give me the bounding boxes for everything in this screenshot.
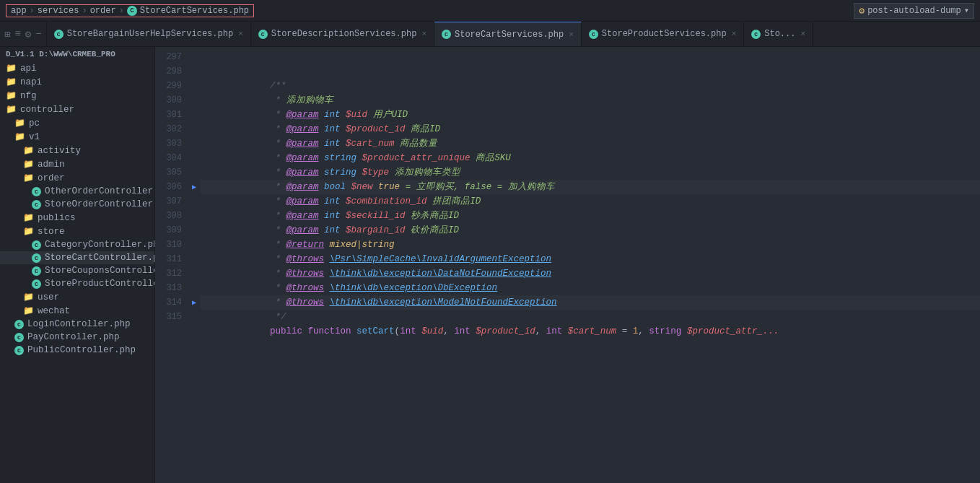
code-comment <box>341 139 346 149</box>
sidebar-item-storeproduct[interactable]: C StoreProductControlle... <box>0 277 154 290</box>
sidebar-item-admin[interactable]: 📁 admin <box>0 157 154 171</box>
code-param-tag: @param <box>286 225 319 235</box>
folder-icon: 📁 <box>6 90 17 101</box>
split-icon[interactable]: ⊞ <box>4 28 10 40</box>
code-throws-link: \think\db\exception\DbException <box>330 283 498 293</box>
folder-icon: 📁 <box>14 118 25 129</box>
code-comment <box>356 167 362 178</box>
sidebar-item-order[interactable]: 📁 order <box>0 171 154 185</box>
sidebar-item-store[interactable]: 📁 store <box>0 225 154 238</box>
gutter-297 <box>188 50 201 64</box>
folder-icon: 📁 <box>23 145 34 156</box>
sidebar-item-storecart[interactable]: C StoreCartController.ph... <box>0 251 154 264</box>
sidebar-item-label: api <box>20 64 37 74</box>
code-plain: = <box>616 326 633 336</box>
code-comment <box>319 153 325 163</box>
sidebar-item-activity[interactable]: 📁 activity <box>0 144 154 157</box>
sidebar-item-storecoupons[interactable]: C StoreCouponsControlle... <box>0 264 154 277</box>
code-cn: 添加购物车 <box>286 95 333 105</box>
code-comment <box>346 182 351 192</box>
folder-icon: 📁 <box>23 159 34 170</box>
tab-storeproduct[interactable]: C StoreProductServices.php × <box>582 22 744 46</box>
file-icon: C <box>32 279 41 289</box>
sidebar-item-napi[interactable]: 📁 napi <box>0 75 154 89</box>
tab-close-icon[interactable]: × <box>569 30 574 39</box>
configure-icon[interactable]: ≡ <box>14 28 20 40</box>
tab-close-icon[interactable]: × <box>800 30 805 38</box>
code-line-298: /** <box>201 64 980 79</box>
code-comment <box>341 211 346 221</box>
file-icon: C <box>32 253 41 263</box>
sidebar-item-logincontroller[interactable]: C LoginController.php <box>0 318 154 331</box>
code-gutter: ▶ ▶ <box>188 47 201 483</box>
code-var: $cart_num <box>346 139 395 149</box>
sidebar-item-controller[interactable]: 📁 controller <box>0 103 154 116</box>
sidebar-item-user[interactable]: 📁 user <box>0 290 154 304</box>
code-cn: 商品数量 <box>395 139 438 149</box>
sidebar-item-label: OtherOrderController.p... <box>45 186 155 196</box>
code-content[interactable]: /** * 添加购物车 * @param int $uid 用户UID * @p… <box>201 47 980 483</box>
code-plain <box>302 326 308 336</box>
tab-close-icon[interactable]: × <box>732 30 737 38</box>
folder-icon: 📁 <box>23 226 34 237</box>
gutter-313 <box>188 281 201 295</box>
code-comment <box>324 269 330 279</box>
breadcrumb-file[interactable]: StoreCartServices.php <box>140 6 249 16</box>
sidebar-item-v1[interactable]: 📁 v1 <box>0 130 154 144</box>
gutter-306: ▶ <box>188 180 201 194</box>
code-comment <box>319 196 325 206</box>
code-comment: * <box>248 167 286 178</box>
run-config-dropdown[interactable]: ⚙ post-autoload-dump ▾ <box>854 3 974 19</box>
code-comment <box>319 182 325 192</box>
code-type: int <box>324 139 341 149</box>
sidebar-item-paycontroller[interactable]: C PayController.php <box>0 331 154 344</box>
tab-close-icon[interactable]: × <box>421 30 426 38</box>
code-cn: = 立即购买, false = 加入购物车 <box>400 182 555 192</box>
sidebar-item-pc[interactable]: 📁 pc <box>0 116 154 130</box>
file-type-icon: C <box>127 6 137 16</box>
code-type: bool <box>324 182 346 192</box>
tab-storebargain[interactable]: C StoreBargainUserHelpServices.php × <box>47 22 251 46</box>
breadcrumb-app[interactable]: app <box>11 6 27 16</box>
gutter-315 <box>188 310 201 324</box>
sidebar-item-label: publics <box>38 213 76 223</box>
minimize-icon[interactable]: − <box>35 28 41 40</box>
sidebar-item-otherorder[interactable]: C OtherOrderController.p... <box>0 185 154 198</box>
ln-304: 304 <box>155 151 182 165</box>
sidebar-item-wechat[interactable]: 📁 wechat <box>0 304 154 318</box>
code-cn: 秒杀商品ID <box>406 211 460 221</box>
sidebar-item-label: LoginController.php <box>27 319 131 329</box>
folder-icon: 📁 <box>23 305 34 316</box>
breadcrumb-services[interactable]: services <box>38 6 79 16</box>
sidebar-item-api[interactable]: 📁 api <box>0 61 154 75</box>
tab-close-icon[interactable]: × <box>238 30 243 38</box>
code-var: $type <box>362 167 390 178</box>
code-comment <box>341 196 346 206</box>
ln-305: 305 <box>155 165 182 180</box>
code-param-tag: @param <box>286 139 319 149</box>
code-comment <box>356 153 362 163</box>
breadcrumb-order[interactable]: order <box>90 6 116 16</box>
sidebar-item-label: wechat <box>38 306 70 316</box>
code-cn: 用户UID <box>367 110 408 120</box>
tab-storecart[interactable]: C StoreCartServices.php × <box>434 22 582 46</box>
sidebar-item-label: v1 <box>29 132 40 142</box>
code-cn: 砍价商品ID <box>406 225 460 235</box>
code-type: int <box>324 110 341 120</box>
sidebar-item-publiccontroller[interactable]: C PublicController.php <box>0 344 154 357</box>
breadcrumb-sep2: › <box>82 6 87 16</box>
tab-label: StoreProductServices.php <box>602 29 727 39</box>
ln-302: 302 <box>155 122 182 136</box>
sidebar-item-category[interactable]: C CategoryController.php <box>0 238 154 251</box>
run-config-icon: ⚙ <box>859 5 865 17</box>
breadcrumb-sep3: › <box>119 6 124 16</box>
tab-storedescription[interactable]: C StoreDescriptionServices.php × <box>251 22 434 46</box>
file-icon: C <box>14 346 24 355</box>
sidebar-item-nfg[interactable]: 📁 nfg <box>0 89 154 103</box>
settings-icon[interactable]: ⚙ <box>25 28 31 40</box>
sidebar-item-publics[interactable]: 📁 publics <box>0 211 154 225</box>
sidebar-item-storeorder[interactable]: C StoreOrderController.p... <box>0 198 154 211</box>
code-plain <box>681 326 687 336</box>
tab-sto[interactable]: C Sto... × <box>744 22 813 46</box>
code-param-tag: @param <box>286 211 319 221</box>
